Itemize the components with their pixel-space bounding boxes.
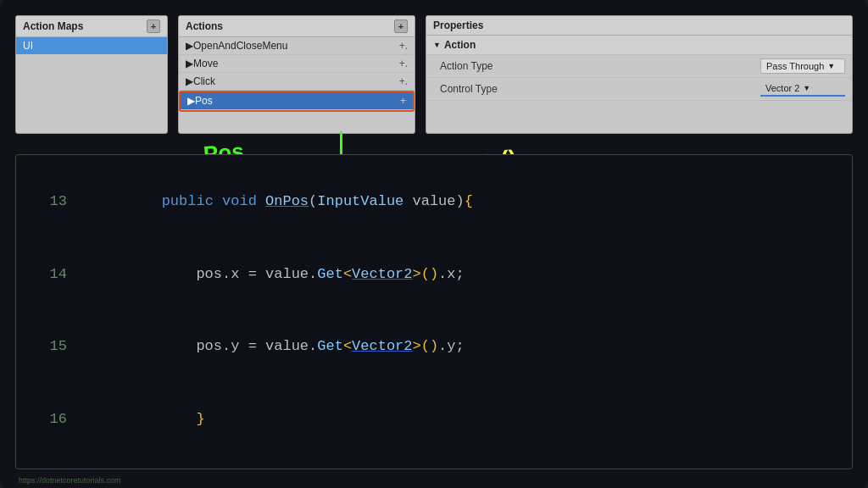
code-line-13: 13 public void OnPos(InputValue value){: [33, 167, 835, 236]
triangle-icon-click: ▶: [186, 75, 193, 87]
code-block: 13 public void OnPos(InputValue value){ …: [15, 154, 853, 469]
line-num-13: 13: [33, 190, 67, 213]
prop-label-action-type: Action Type: [440, 60, 492, 72]
action-plus-pos[interactable]: +: [400, 95, 406, 107]
action-maps-header: Action Maps +: [16, 16, 167, 37]
action-maps-panel: Action Maps + UI: [15, 15, 168, 134]
actions-add-button[interactable]: +: [394, 19, 408, 33]
code-content-16: }: [92, 384, 205, 453]
prop-dropdown-action-type[interactable]: Pass Through ▼: [760, 58, 845, 74]
actions-header: Actions +: [179, 16, 415, 37]
top-panels: Action Maps + UI Actions + ▶ OpenAndClos…: [0, 0, 868, 134]
properties-header: Properties: [426, 16, 852, 36]
code-line-15: 15 pos.y = value.Get<Vector2>().y;: [33, 312, 835, 381]
prop-value-action-type: Pass Through: [766, 61, 824, 71]
code-line-14: 14 pos.x = value.Get<Vector2>().x;: [33, 239, 835, 308]
action-row-click[interactable]: ▶ Click +.: [179, 73, 415, 91]
action-label-click: Click: [193, 75, 215, 87]
triangle-icon: ▶: [186, 40, 193, 52]
properties-title: Properties: [433, 19, 483, 31]
code-content-14: pos.x = value.Get<Vector2>().x;: [92, 239, 465, 308]
prop-row-control-type: Control Type Vector 2 ▼: [426, 78, 852, 101]
action-plus-move[interactable]: +.: [399, 58, 408, 69]
action-plus-openandclosemenu[interactable]: +.: [399, 40, 408, 52]
prop-dropdown-control-type[interactable]: Vector 2 ▼: [760, 81, 845, 97]
action-row-openandclosemenu[interactable]: ▶ OpenAndCloseMenu +.: [179, 37, 415, 55]
main-container: Action Maps + UI Actions + ▶ OpenAndClos…: [0, 0, 868, 488]
prop-value-control-type: Vector 2: [765, 83, 799, 93]
action-label-pos: Pos: [195, 95, 213, 107]
actions-panel: Actions + ▶ OpenAndCloseMenu +. ▶ Move +…: [178, 15, 415, 134]
triangle-icon-pos: ▶: [187, 95, 195, 107]
properties-panel: Properties ▼ Action Action Type Pass Thr…: [426, 15, 853, 134]
action-maps-title: Action Maps: [23, 20, 83, 32]
prop-label-control-type: Control Type: [440, 83, 498, 95]
code-line-16: 16 }: [33, 384, 835, 453]
line-num-15: 15: [33, 335, 67, 358]
line-num-14: 14: [33, 263, 67, 286]
line-num-16: 16: [33, 408, 67, 430]
action-label-move: Move: [193, 58, 218, 69]
dropdown-arrow-control-icon: ▼: [803, 84, 810, 92]
action-map-ui-label: UI: [23, 40, 33, 52]
action-label-openandclosemenu: OpenAndCloseMenu: [193, 40, 287, 52]
triangle-icon-move: ▶: [186, 58, 193, 69]
action-map-item-ui[interactable]: UI: [16, 37, 167, 54]
action-section-label: Action: [444, 39, 476, 51]
code-content-15: pos.y = value.Get<Vector2>().y;: [92, 312, 465, 381]
prop-triangle-icon: ▼: [433, 41, 441, 49]
action-row-pos[interactable]: ▶ Pos +: [181, 92, 413, 110]
prop-row-action-type: Action Type Pass Through ▼: [426, 55, 852, 78]
watermark: https://dotnetcoretutorials.com: [19, 476, 121, 485]
action-plus-click[interactable]: +.: [399, 75, 408, 87]
dropdown-arrow-icon: ▼: [827, 62, 835, 70]
action-row-move[interactable]: ▶ Move +.: [179, 55, 415, 73]
action-section-header: ▼ Action: [426, 36, 852, 55]
actions-title: Actions: [186, 20, 223, 32]
code-content-13: public void OnPos(InputValue value){: [92, 167, 473, 236]
action-maps-add-button[interactable]: +: [147, 19, 160, 33]
highlighted-pos-wrapper: ▶ Pos +: [179, 91, 415, 112]
